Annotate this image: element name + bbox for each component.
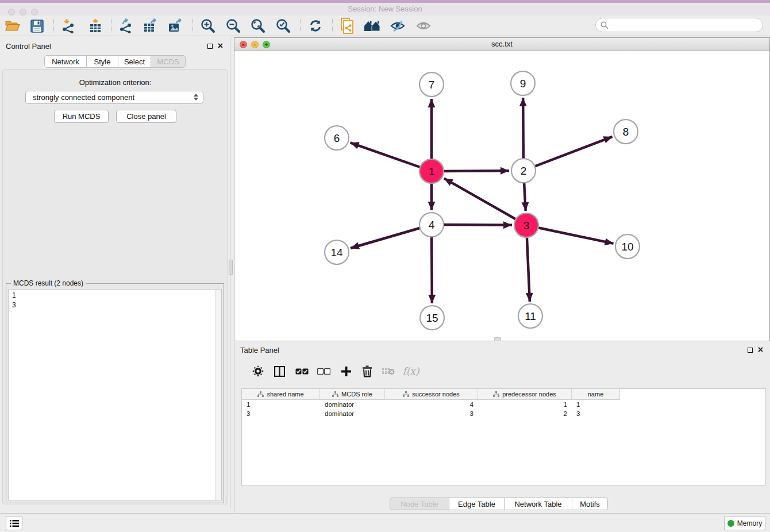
hierarchy-icon — [257, 391, 264, 398]
float-panel-icon[interactable] — [748, 348, 753, 353]
task-history-button[interactable] — [6, 516, 22, 530]
scrollbar[interactable] — [215, 290, 221, 500]
graph-edge-3-1[interactable] — [444, 178, 526, 225]
maximize-window-button[interactable] — [31, 9, 38, 16]
close-panel-icon[interactable]: × — [218, 43, 223, 49]
mcds-result-line: 1 — [9, 291, 221, 300]
table-cell[interactable]: 1 — [242, 400, 320, 410]
column-header-shared-name[interactable]: shared name — [242, 389, 320, 400]
graph-edge-2-8[interactable] — [523, 137, 613, 171]
tab-network-table[interactable]: Network Table — [505, 498, 572, 510]
columns-icon — [274, 366, 285, 377]
graph-node-label: 3 — [523, 219, 530, 232]
graph-edges — [351, 98, 614, 303]
houses-icon — [364, 20, 381, 32]
column-header-name[interactable]: name — [572, 389, 620, 400]
table-cell[interactable]: dominator — [320, 400, 385, 410]
maximize-network-button[interactable]: + — [263, 41, 270, 48]
minimize-window-button[interactable] — [20, 9, 26, 16]
run-mcds-button[interactable]: Run MCDS — [54, 110, 109, 123]
close-network-button[interactable]: × — [240, 41, 247, 48]
graph-node-label: 11 — [525, 310, 536, 322]
show-all-button[interactable] — [414, 17, 433, 35]
export-table-button[interactable] — [141, 17, 160, 35]
zoom-in-button[interactable] — [198, 17, 218, 35]
apply-layout-button[interactable] — [306, 17, 325, 35]
close-panel-button[interactable]: Close panel — [116, 110, 176, 123]
tab-motifs[interactable]: Motifs — [572, 498, 608, 510]
table-settings-button[interactable] — [248, 361, 268, 381]
table-panel-title: Table Panel — [240, 346, 279, 354]
close-window-button[interactable] — [8, 9, 15, 16]
unselect-all-columns-button[interactable] — [314, 361, 333, 381]
tab-node-table[interactable]: Node Table — [390, 498, 449, 510]
panel-splitter-handle[interactable] — [229, 260, 233, 275]
show-column-panel-button[interactable] — [270, 361, 289, 381]
tab-style[interactable]: Style — [87, 55, 118, 68]
save-icon — [30, 20, 44, 33]
tab-mcds[interactable]: MCDS — [151, 55, 186, 68]
hide-selected-button[interactable] — [388, 17, 407, 35]
first-neighbors-button[interactable] — [363, 17, 382, 35]
column-header-MCDS-role[interactable]: MCDS role — [320, 389, 385, 400]
minimize-network-button[interactable]: − — [251, 41, 259, 48]
tab-network[interactable]: Network — [44, 55, 87, 68]
memory-button[interactable]: Memory — [724, 516, 765, 530]
open-session-button[interactable] — [3, 17, 22, 35]
float-panel-icon[interactable] — [207, 44, 213, 49]
table-tabs: Node Table Edge Table Network Table Moti… — [390, 498, 608, 510]
network-window-titlebar[interactable]: × − + scc.txt — [234, 38, 769, 51]
hierarchy-icon — [493, 391, 499, 398]
table-row[interactable]: 1dominator411 — [242, 400, 620, 410]
select-all-columns-button[interactable] — [292, 361, 311, 381]
eye-icon — [416, 20, 431, 32]
export-network-icon — [118, 18, 133, 33]
main-toolbar — [0, 16, 770, 36]
optimization-criterion-select[interactable]: strongly connected component — [25, 91, 203, 104]
table-cell[interactable]: 3 — [572, 410, 620, 419]
create-column-button[interactable] — [336, 361, 356, 381]
import-table-button[interactable] — [86, 17, 105, 35]
network-canvas[interactable]: 7968124314101511 — [234, 51, 769, 341]
export-image-button[interactable] — [165, 17, 185, 35]
column-header-label: name — [588, 391, 604, 398]
export-network-button[interactable] — [116, 17, 136, 35]
tab-select[interactable]: Select — [118, 55, 151, 68]
graph-node-label: 1 — [429, 165, 435, 178]
toolbar-separator — [192, 18, 193, 33]
table-cell[interactable]: 4 — [385, 400, 478, 410]
tab-edge-table[interactable]: Edge Table — [449, 498, 505, 510]
table-cell[interactable]: 3 — [385, 410, 478, 419]
zoom-out-button[interactable] — [224, 17, 243, 35]
network-window-title: scc.txt — [234, 38, 769, 51]
node-table[interactable]: shared nameMCDS rolesuccessor nodesprede… — [241, 388, 766, 485]
zoom-selected-button[interactable] — [274, 17, 293, 35]
graph-node-label: 2 — [521, 165, 527, 177]
save-session-button[interactable] — [27, 17, 47, 35]
panel-splitter-handle[interactable] — [494, 337, 501, 341]
gear-icon — [252, 365, 264, 377]
table-cell[interactable]: 1 — [572, 400, 620, 410]
optimization-criterion-label: Optimization criterion: — [0, 78, 230, 87]
close-panel-icon[interactable]: × — [758, 346, 763, 353]
search-input[interactable] — [609, 21, 752, 29]
table-cell[interactable]: 2 — [478, 410, 572, 419]
network-overview-button[interactable] — [337, 17, 357, 35]
search-field[interactable] — [595, 18, 763, 32]
graph-node-label: 7 — [429, 79, 435, 91]
table-cell[interactable]: dominator — [320, 410, 385, 419]
graph-edge-1-6[interactable] — [351, 142, 432, 171]
column-header-predecessor-nodes[interactable]: predecessor nodes — [478, 389, 572, 400]
graph-edge-3-10[interactable] — [526, 225, 614, 244]
import-network-button[interactable] — [59, 17, 78, 35]
mcds-result-textarea[interactable]: 1 3 — [8, 289, 222, 500]
status-bar: Memory — [0, 513, 770, 532]
table-cell[interactable]: 3 — [242, 410, 320, 419]
window-controls[interactable] — [8, 9, 38, 16]
delete-column-button[interactable] — [357, 361, 377, 381]
column-header-successor-nodes[interactable]: successor nodes — [385, 389, 478, 400]
table-cell[interactable]: 1 — [478, 400, 572, 410]
table-row[interactable]: 3dominator323 — [242, 410, 620, 419]
refresh-icon — [309, 19, 322, 33]
zoom-fit-button[interactable] — [248, 17, 268, 35]
